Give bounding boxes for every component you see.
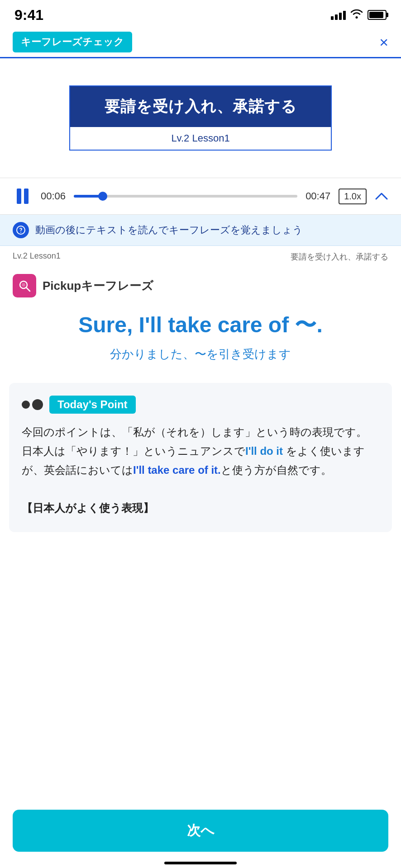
notice-icon: [13, 222, 29, 238]
todays-point-badge: Today's Point: [49, 396, 136, 414]
keyphrase-main: Sure, I'll take care of 〜. 分かりました、〜を引き受け…: [13, 307, 388, 376]
header-title: キーフレーズチェック: [13, 32, 132, 52]
bottom-bar: 次へ: [0, 802, 401, 868]
pickup-header: Pickupキーフレーズ: [13, 274, 388, 297]
svg-rect-1: [20, 232, 21, 233]
lesson-meta: Lv.2 Lesson1 要請を受け入れ、承諾する: [0, 246, 401, 268]
lesson-code: Lv.2 Lesson1: [84, 132, 317, 144]
point-body2: 日本人は「やります！」というニュアンスで: [22, 445, 245, 457]
progress-track[interactable]: [74, 195, 297, 198]
keyphrase-en: Sure, I'll take care of 〜.: [22, 311, 379, 339]
todays-point-header: Today's Point: [22, 396, 379, 414]
todays-point-section: Today's Point 今回のポイントは、「私が（それを）します」という時の…: [9, 383, 392, 532]
highlight2: I'll take care of it.: [133, 464, 221, 476]
progress-thumb[interactable]: [98, 192, 107, 201]
svg-line-3: [26, 288, 30, 291]
status-time: 9:41: [14, 7, 43, 24]
lesson-meta-left: Lv.2 Lesson1: [13, 251, 61, 262]
status-bar: 9:41: [0, 0, 401, 27]
close-button[interactable]: ×: [379, 33, 388, 51]
home-indicator: [164, 862, 237, 864]
status-icons: [331, 9, 387, 21]
keyphrase-ja: 分かりました、〜を引き受けます: [22, 346, 379, 362]
speed-button[interactable]: 1.0x: [339, 189, 367, 204]
wifi-icon: [350, 9, 363, 21]
pickup-section: Pickupキーフレーズ Sure, I'll take care of 〜. …: [0, 268, 401, 376]
lesson-card-bottom: Lv.2 Lesson1: [70, 127, 331, 150]
pickup-icon: [13, 274, 36, 297]
header: キーフレーズチェック ×: [0, 27, 401, 58]
lesson-meta-right: 要請を受け入れ、承諾する: [291, 251, 388, 262]
point-body1: 今回のポイントは、「私が（それを）します」という時の表現です。: [22, 426, 367, 438]
lesson-card-wrapper: 要請を受け入れ、承諾する Lv.2 Lesson1: [0, 58, 401, 178]
time-current: 00:06: [41, 190, 66, 202]
section-label: 【日本人がよく使う表現】: [22, 502, 154, 514]
svg-point-4: [22, 283, 25, 287]
notice-bar: 動画の後にテキストを読んでキーフレーズを覚えましょう: [0, 215, 401, 246]
video-icon: [22, 399, 43, 410]
pause-button[interactable]: [13, 186, 33, 206]
lesson-title-ja: 要請を受け入れ、承諾する: [84, 96, 317, 117]
signal-bars-icon: [331, 10, 346, 20]
notice-text: 動画の後にテキストを読んでキーフレーズを覚えましょう: [35, 223, 303, 237]
point-body4: と使う方が自然です。: [221, 464, 332, 476]
chevron-up-icon[interactable]: [375, 192, 388, 201]
point-body: 今回のポイントは、「私が（それを）します」という時の表現です。 日本人は「やりま…: [22, 423, 379, 518]
pickup-label: Pickupキーフレーズ: [43, 278, 153, 294]
pause-icon: [17, 189, 29, 204]
time-total: 00:47: [306, 190, 330, 202]
next-button[interactable]: 次へ: [13, 810, 388, 852]
highlight1: I'll do it: [245, 445, 283, 457]
audio-player: 00:06 00:47 1.0x: [0, 178, 401, 215]
lesson-card: 要請を受け入れ、承諾する Lv.2 Lesson1: [69, 85, 332, 151]
battery-icon: [368, 10, 387, 20]
lesson-card-top: 要請を受け入れ、承諾する: [70, 86, 331, 127]
